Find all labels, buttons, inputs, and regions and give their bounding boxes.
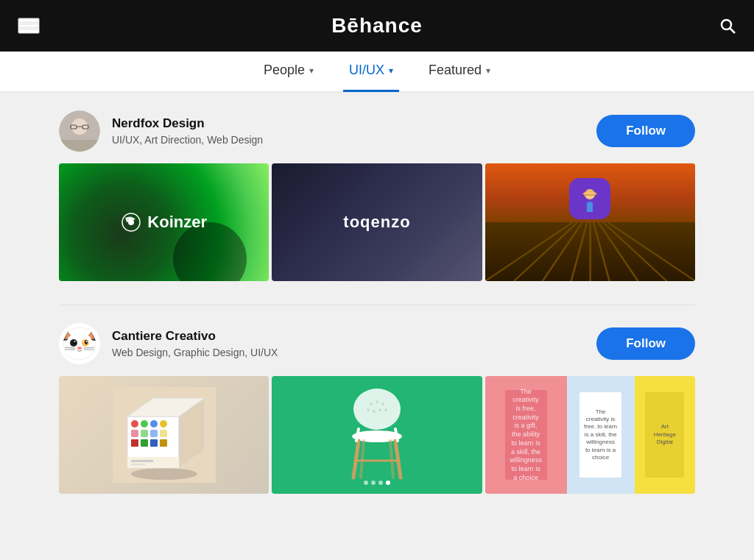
profile-header-nerdfox: Nerdfox Design UI/UX, Art Direction, Web… — [59, 110, 695, 152]
svg-point-29 — [66, 332, 93, 358]
book-yellow-text: Art Heritage Digital — [649, 423, 680, 446]
profile-tags-cantiere: Web Design, Graphic Design, UI/UX — [112, 347, 278, 358]
portfolio-grid-cantiere: The creativity is free, creativity is a … — [59, 376, 695, 494]
svg-point-63 — [376, 400, 378, 403]
hamburger-line — [19, 19, 38, 21]
nav-item-uiux[interactable]: UI/UX ▾ — [343, 51, 399, 92]
search-icon — [719, 17, 736, 35]
svg-rect-22 — [584, 194, 596, 196]
profile-info-cantiere: Cantiere Creativo Web Design, Graphic De… — [59, 323, 278, 364]
hamburger-menu-button[interactable] — [18, 18, 40, 34]
svg-point-34 — [74, 341, 76, 342]
book-pink-text: The creativity is free, creativity is a … — [510, 388, 542, 483]
book-pink-cover: The creativity is free, creativity is a … — [505, 390, 547, 480]
svg-rect-48 — [150, 420, 158, 428]
agronomica-icon-svg — [577, 185, 603, 212]
agronomica-app-icon — [569, 178, 610, 219]
koinzer-icon — [121, 212, 141, 233]
svg-rect-57 — [160, 439, 167, 447]
book-blue: The creativity is free. to learn is a sk… — [567, 376, 635, 494]
profile-text-nerdfox: Nerdfox Design UI/UX, Art Direction, Web… — [112, 116, 263, 146]
chevron-down-icon: ▾ — [486, 65, 490, 76]
portfolio-item-books-design[interactable]: The creativity is free, creativity is a … — [485, 376, 695, 494]
profile-card-cantiere: Cantiere Creativo Web Design, Graphic De… — [59, 323, 695, 494]
nav-item-people[interactable]: People ▾ — [258, 51, 320, 92]
svg-point-33 — [85, 340, 88, 344]
portfolio-item-koinzer[interactable]: Koinzer — [59, 163, 269, 281]
svg-rect-60 — [131, 464, 146, 465]
nav-featured-label: Featured — [429, 63, 482, 78]
profile-tags-nerdfox: UI/UX, Art Direction, Web Design — [112, 134, 263, 146]
toqenzo-title: toqenzo — [343, 213, 410, 231]
nav-bar: People ▾ UI/UX ▾ Featured ▾ — [0, 52, 754, 93]
book-blue-cover: The creativity is free. to learn is a sk… — [579, 392, 621, 477]
avatar-nerdfox — [59, 110, 100, 152]
box-design-svg — [113, 387, 216, 483]
follow-button-cantiere[interactable]: Follow — [596, 327, 695, 360]
books-design-background: The creativity is free, creativity is a … — [485, 376, 695, 494]
avatar-cantiere-image — [59, 323, 100, 364]
portfolio-item-toqenzo[interactable]: toqenzo — [272, 163, 482, 281]
koinzer-background: Koinzer — [59, 163, 269, 281]
avatar-cantiere — [59, 323, 100, 364]
nav-people-label: People — [264, 63, 305, 78]
svg-rect-47 — [141, 420, 148, 428]
svg-point-42 — [131, 468, 197, 480]
profile-header-cantiere: Cantiere Creativo Web Design, Graphic De… — [59, 323, 695, 364]
agronomica-background: Agronomica — [485, 163, 695, 281]
koinzer-title: Koinzer — [147, 213, 207, 232]
chevron-down-icon: ▾ — [389, 65, 393, 76]
svg-point-36 — [77, 347, 82, 350]
svg-line-73 — [390, 441, 393, 478]
svg-rect-46 — [131, 420, 138, 428]
avatar-nerdfox-image — [59, 110, 100, 152]
portfolio-item-agronomica[interactable]: Agronomica — [485, 163, 695, 281]
svg-point-65 — [367, 408, 370, 411]
portfolio-item-box-design[interactable] — [59, 376, 269, 494]
svg-line-1 — [730, 29, 736, 34]
nav-uiux-label: UI/UX — [349, 63, 384, 78]
book-blue-text: The creativity is free. to learn is a sk… — [584, 408, 617, 462]
search-button[interactable] — [719, 17, 736, 35]
svg-rect-54 — [131, 439, 138, 447]
header: Bēhance — [0, 0, 754, 52]
profile-divider — [59, 305, 695, 305]
svg-point-68 — [384, 408, 387, 411]
profile-info-nerdfox: Nerdfox Design UI/UX, Art Direction, Web… — [59, 110, 263, 152]
profile-text-cantiere: Cantiere Creativo Web Design, Graphic De… — [112, 329, 278, 358]
koinzer-brand: Koinzer — [121, 212, 207, 233]
svg-rect-49 — [160, 420, 167, 428]
svg-rect-55 — [141, 439, 148, 447]
svg-point-80 — [386, 481, 390, 485]
svg-point-67 — [378, 408, 381, 411]
svg-point-66 — [373, 410, 376, 413]
profile-card-nerdfox: Nerdfox Design UI/UX, Art Direction, Web… — [59, 110, 695, 281]
svg-line-71 — [395, 441, 401, 478]
book-yellow: Art Heritage Digital — [635, 376, 695, 494]
svg-point-32 — [73, 340, 76, 344]
book-yellow-cover: Art Heritage Digital — [645, 392, 684, 477]
chair-design-svg — [333, 383, 421, 486]
svg-point-61 — [353, 389, 401, 430]
nav-item-featured[interactable]: Featured ▾ — [423, 51, 496, 92]
svg-rect-59 — [131, 460, 153, 462]
svg-point-62 — [370, 403, 373, 405]
svg-line-72 — [361, 441, 364, 478]
svg-rect-51 — [141, 430, 148, 437]
hamburger-line — [19, 25, 38, 27]
svg-point-35 — [86, 341, 88, 342]
toqenzo-brand: toqenzo — [343, 213, 410, 232]
svg-rect-50 — [131, 430, 138, 437]
svg-rect-52 — [150, 430, 158, 437]
svg-point-78 — [371, 481, 376, 485]
svg-point-77 — [364, 481, 368, 485]
portfolio-item-chair-design[interactable] — [272, 376, 482, 494]
svg-point-0 — [722, 20, 731, 29]
svg-rect-58 — [127, 457, 179, 468]
follow-button-nerdfox[interactable]: Follow — [596, 115, 695, 147]
hamburger-line — [19, 30, 38, 32]
toqenzo-background: toqenzo — [272, 163, 482, 281]
svg-point-64 — [381, 403, 384, 405]
profile-name-nerdfox: Nerdfox Design — [112, 116, 263, 131]
logo: Bēhance — [331, 14, 423, 38]
